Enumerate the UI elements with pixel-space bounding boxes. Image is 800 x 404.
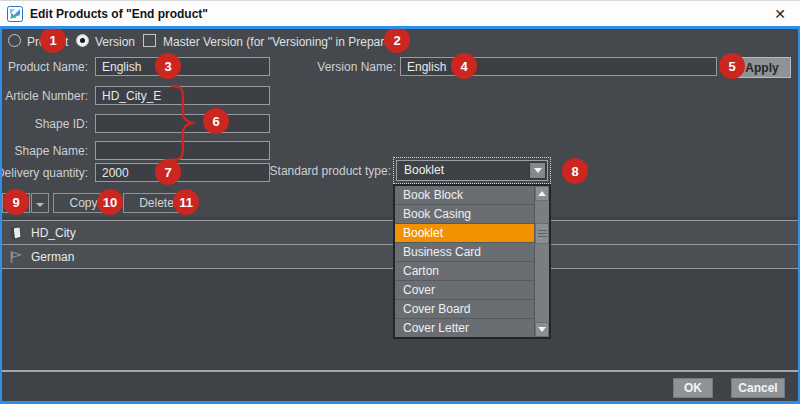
dropdown-item[interactable]: Book Block — [395, 186, 534, 205]
scroll-thumb[interactable] — [535, 223, 549, 244]
chevron-up-icon — [538, 191, 546, 196]
annotation-badge: 10 — [97, 189, 123, 215]
annotation-badge: 5 — [719, 53, 745, 79]
window-border — [0, 26, 2, 404]
version-radio-label[interactable]: Version — [95, 35, 135, 49]
product-name-input[interactable] — [95, 57, 270, 76]
window-title: Edit Products of "End product" — [30, 7, 208, 21]
footer: OK Cancel — [2, 372, 798, 401]
chevron-down-icon — [36, 203, 44, 207]
dropdown-item[interactable]: Book Casing — [395, 205, 534, 224]
product-type-combobox[interactable]: Booklet — [393, 157, 551, 184]
annotation-badge: 8 — [562, 158, 588, 184]
product-type-selected-value: Booklet — [404, 163, 444, 177]
new-dropdown-button[interactable] — [31, 193, 49, 213]
version-name-label: Version Name: — [317, 60, 396, 74]
scroll-down-button[interactable] — [535, 322, 549, 337]
article-number-label: Article Number: — [5, 89, 88, 103]
scroll-up-button[interactable] — [535, 186, 549, 201]
product-name-label: Product Name: — [8, 60, 88, 74]
booklet-icon — [9, 226, 23, 240]
annotation-badge: 3 — [155, 53, 181, 79]
ok-button[interactable]: OK — [673, 378, 713, 398]
standard-product-type-label: Standard product type: — [270, 164, 391, 178]
close-button[interactable]: ✕ — [768, 4, 792, 24]
dropdown-item[interactable]: Business Card — [395, 243, 534, 262]
master-version-checkbox-label[interactable]: Master Version (for "Versioning" in Prep… — [163, 35, 395, 49]
cancel-button[interactable]: Cancel — [731, 378, 785, 398]
annotation-badge: 6 — [203, 108, 229, 134]
chevron-down-icon — [534, 168, 542, 173]
delivery-quantity-label: Delivery quantity: — [0, 166, 88, 180]
annotation-badge: 9 — [3, 189, 29, 215]
master-version-checkbox[interactable] — [143, 34, 156, 47]
tree-row-label: German — [31, 250, 74, 264]
product-type-combobox-field[interactable]: Booklet — [396, 160, 548, 181]
combo-arrow-button[interactable] — [529, 162, 546, 179]
dropdown-item[interactable]: Cover Letter — [395, 319, 534, 337]
prinect-logo-icon — [7, 6, 23, 22]
shape-name-label: Shape Name: — [15, 144, 88, 158]
dropdown-item-selected[interactable]: Booklet — [395, 224, 534, 243]
flag-icon — [9, 250, 23, 264]
version-name-input[interactable] — [400, 57, 717, 76]
annotation-badge: 11 — [173, 189, 199, 215]
edit-products-dialog: Edit Products of "End product" ✕ Product… — [0, 0, 800, 404]
dropdown-item[interactable]: Cover Board — [395, 300, 534, 319]
version-radio[interactable] — [76, 34, 89, 47]
annotation-badge: 4 — [451, 53, 477, 79]
grip-icon — [538, 230, 547, 237]
product-radio[interactable] — [8, 34, 21, 47]
annotation-brace — [168, 84, 202, 162]
shape-id-label: Shape ID: — [35, 117, 88, 131]
chevron-down-icon — [538, 327, 546, 332]
annotation-badge: 1 — [40, 27, 66, 53]
tree-row-label: HD_City — [31, 226, 76, 240]
titlebar-accent — [0, 26, 800, 29]
dropdown-scrollbar[interactable] — [534, 186, 549, 337]
type-dropdown-list: Book Block Book Casing Booklet Business … — [393, 184, 551, 339]
close-icon: ✕ — [774, 6, 786, 22]
type-dropdown-items: Book Block Book Casing Booklet Business … — [395, 186, 534, 337]
dropdown-item[interactable]: Cover — [395, 281, 534, 300]
annotation-badge: 2 — [384, 27, 410, 53]
dropdown-item[interactable]: Carton — [395, 262, 534, 281]
titlebar: Edit Products of "End product" ✕ — [0, 0, 800, 26]
delivery-quantity-input[interactable] — [95, 163, 270, 182]
annotation-badge: 7 — [155, 159, 181, 185]
